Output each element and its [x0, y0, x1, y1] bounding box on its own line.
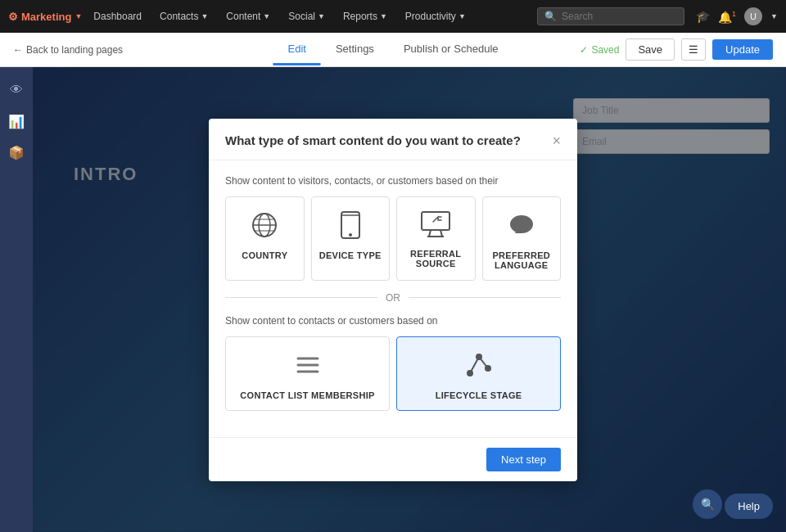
svg-point-12	[510, 215, 533, 233]
contact-list-label: CONTACT LIST MEMBERSHIP	[240, 390, 374, 400]
nav-dashboard[interactable]: Dashboard	[87, 11, 148, 22]
lifecycle-stage-label: LIFECYCLE STAGE	[436, 390, 522, 400]
svg-point-6	[349, 233, 352, 237]
list-view-button[interactable]: ☰	[681, 38, 706, 61]
save-button[interactable]: Save	[626, 38, 675, 61]
help-button[interactable]: Help	[725, 494, 773, 519]
back-label: Back to landing pages	[26, 44, 123, 56]
modal-backdrop: What type of smart content do you want t…	[0, 67, 786, 532]
option-contact-list[interactable]: CONTACT LIST MEMBERSHIP	[225, 336, 390, 411]
nav-contacts[interactable]: Contacts ▼	[153, 11, 215, 22]
options-row-2: CONTACT LIST MEMBERSHIP LIFECYCLE STAGE	[225, 336, 561, 411]
globe-icon	[250, 210, 279, 244]
svg-line-10	[440, 230, 442, 237]
preferred-language-label: PREFERRED LANGUAGE	[490, 250, 554, 270]
svg-line-21	[479, 357, 488, 368]
next-step-button[interactable]: Next step	[486, 448, 561, 471]
lifecycle-icon	[462, 350, 496, 384]
modal-body: Show content to visitors, contacts, or c…	[209, 160, 577, 437]
option-country[interactable]: COUNTRY	[225, 196, 305, 281]
option-preferred-language[interactable]: PREFERRED LANGUAGE	[482, 196, 562, 281]
modal-footer: Next step	[209, 437, 577, 481]
referral-source-label: REFERRAL SOURCE	[404, 249, 468, 268]
svg-line-9	[429, 230, 431, 237]
search-help-button[interactable]: 🔍	[693, 489, 722, 519]
back-button[interactable]: ← Back to landing pages	[13, 44, 123, 56]
subnav-actions: ✓ Saved Save ☰ Update	[580, 38, 773, 61]
tab-edit[interactable]: Edit	[273, 34, 320, 65]
update-button[interactable]: Update	[712, 39, 773, 60]
monitor-icon	[420, 210, 451, 242]
modal-title: What type of smart content do you want t…	[225, 133, 521, 147]
brand-chevron: ▼	[75, 12, 82, 20]
sub-navigation: ← Back to landing pages Edit Settings Pu…	[0, 33, 786, 67]
nav-social[interactable]: Social ▼	[282, 11, 332, 22]
nav-icons: 🎓 🔔1 U ▼	[696, 7, 778, 25]
modal-header: What type of smart content do you want t…	[209, 119, 577, 160]
academy-icon[interactable]: 🎓	[696, 10, 710, 23]
brand-logo[interactable]: ⚙ Marketing ▼	[8, 11, 82, 23]
top-navigation: ⚙ Marketing ▼ Dashboard Contacts ▼ Conte…	[0, 0, 786, 33]
saved-label: Saved	[591, 44, 619, 56]
search-icon: 🔍	[544, 11, 557, 22]
avatar[interactable]: U	[744, 7, 762, 25]
avatar-chevron: ▼	[770, 12, 778, 20]
nav-reports[interactable]: Reports ▼	[337, 11, 394, 22]
search-help-icon: 🔍	[701, 498, 715, 511]
smart-content-modal: What type of smart content do you want t…	[209, 119, 577, 481]
notifications-icon[interactable]: 🔔1	[718, 10, 736, 24]
sub-nav-tabs: Edit Settings Publish or Schedule	[273, 34, 513, 65]
chat-icon	[507, 210, 536, 244]
section2-label: Show content to contacts or customers ba…	[225, 315, 561, 327]
brand-name: Marketing	[21, 11, 71, 23]
brand-icon: ⚙	[8, 11, 18, 23]
close-button[interactable]: ×	[552, 133, 561, 148]
help-label: Help	[738, 500, 760, 512]
option-lifecycle-stage[interactable]: LIFECYCLE STAGE	[396, 336, 561, 411]
back-arrow-icon: ←	[13, 44, 23, 56]
nav-content[interactable]: Content ▼	[219, 11, 277, 22]
svg-rect-8	[422, 212, 449, 230]
option-device-type[interactable]: DEVICE TYPE	[311, 196, 391, 281]
options-row-1: COUNTRY DEVICE TYPE	[225, 196, 561, 281]
device-type-label: DEVICE TYPE	[319, 250, 382, 260]
tab-publish[interactable]: Publish or Schedule	[389, 34, 513, 65]
nav-productivity[interactable]: Productivity ▼	[399, 11, 472, 22]
svg-line-20	[470, 357, 479, 373]
search-input[interactable]	[562, 11, 668, 22]
check-icon: ✓	[580, 44, 588, 56]
list-icon: ☰	[689, 43, 698, 56]
or-divider: OR	[225, 292, 561, 304]
section1-label: Show content to visitors, contacts, or c…	[225, 175, 561, 187]
option-referral-source[interactable]: REFERRAL SOURCE	[396, 196, 476, 281]
search-box: 🔍	[537, 7, 684, 25]
phone-icon	[338, 210, 363, 244]
tab-settings[interactable]: Settings	[321, 34, 389, 65]
country-label: COUNTRY	[242, 250, 287, 260]
saved-indicator: ✓ Saved	[580, 44, 619, 56]
list-lines-icon	[293, 350, 323, 384]
